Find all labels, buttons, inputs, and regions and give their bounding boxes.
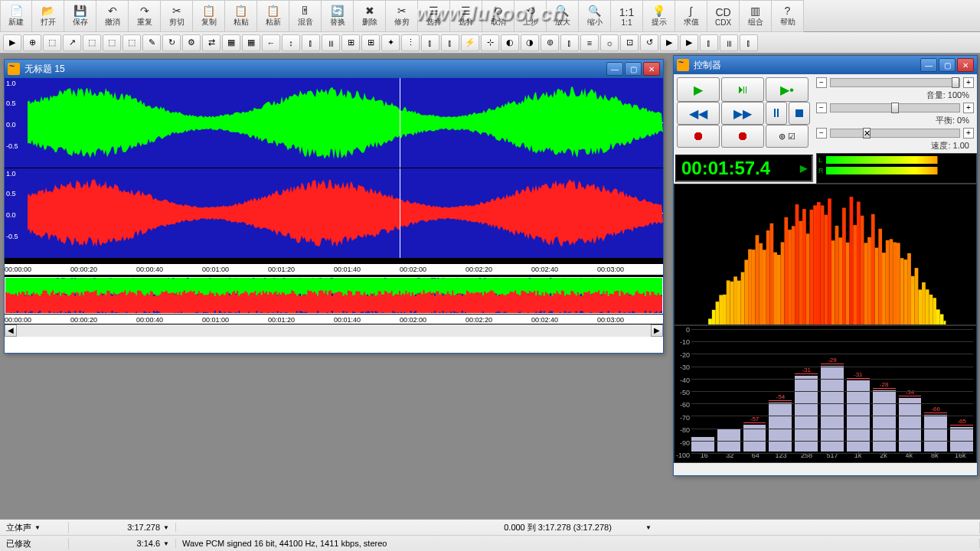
speed-minus-button[interactable]: − bbox=[816, 128, 827, 139]
overview-panel[interactable] bbox=[5, 276, 663, 314]
status-mode[interactable]: 立体声▼ bbox=[0, 522, 69, 533]
status-selection[interactable]: 0.000 到 3:17.278 (3:17.278)▼ bbox=[176, 522, 980, 533]
toolbar-提示-button[interactable]: 💡提示 bbox=[643, 0, 675, 32]
toolbar-放大-button[interactable]: 🔍放大 bbox=[547, 0, 579, 32]
sec-tool-2[interactable]: ⬚ bbox=[43, 34, 61, 51]
speed-plus-button[interactable]: + bbox=[963, 128, 974, 139]
sec-tool-10[interactable]: ⇄ bbox=[202, 34, 220, 51]
main-timeline[interactable]: 00:00:0000:00:2000:00:4000:01:0000:01:20… bbox=[5, 263, 663, 276]
status-duration[interactable]: 3:17.278▼ bbox=[69, 523, 176, 532]
balance-plus-button[interactable]: + bbox=[963, 103, 974, 113]
status-position[interactable]: 3:14.6▼ bbox=[69, 539, 176, 548]
sec-tool-26[interactable]: ◑ bbox=[521, 34, 539, 51]
sec-tool-20[interactable]: ⋮ bbox=[401, 34, 420, 51]
toolbar-选择-button[interactable]: ☰选择 bbox=[418, 0, 450, 32]
sec-tool-7[interactable]: ✎ bbox=[142, 34, 161, 51]
toolbar-上步-button[interactable]: ⟲上步 bbox=[514, 0, 547, 32]
sec-tool-22[interactable]: ⫿ bbox=[441, 34, 459, 51]
scroll-right-button[interactable]: ▶ bbox=[651, 324, 663, 337]
sec-tool-14[interactable]: ↕ bbox=[282, 34, 300, 51]
stop-button[interactable]: ⏹ bbox=[789, 102, 810, 125]
sec-tool-28[interactable]: ⫿ bbox=[560, 34, 579, 51]
sec-tool-4[interactable]: ⬚ bbox=[83, 34, 101, 51]
sec-tool-35[interactable]: ⫿ bbox=[700, 34, 718, 51]
sec-tool-18[interactable]: ⊞ bbox=[361, 34, 380, 51]
play-button[interactable]: ▶ bbox=[677, 77, 720, 102]
overview-timeline[interactable]: 00:00:0000:00:2000:00:4000:01:0000:01:20… bbox=[5, 314, 663, 324]
toolbar-CDX-button[interactable]: CDCDX bbox=[707, 0, 740, 32]
playback-cursor[interactable] bbox=[400, 168, 400, 258]
record-button[interactable]: ⏺ bbox=[677, 125, 720, 148]
toolbar-帮助-button[interactable]: ?帮助 bbox=[772, 0, 804, 32]
minimize-button[interactable]: — bbox=[920, 58, 937, 72]
playback-cursor[interactable] bbox=[400, 78, 400, 168]
sec-tool-25[interactable]: ◐ bbox=[501, 34, 519, 51]
scroll-left-button[interactable]: ◀ bbox=[5, 324, 17, 337]
toolbar-1:1-button[interactable]: 1:11:1 bbox=[611, 0, 643, 32]
toolbar-剪切-button[interactable]: ✂剪切 bbox=[161, 0, 193, 32]
play-selection-button[interactable]: ⏯ bbox=[721, 77, 764, 102]
toolbar-替换-button[interactable]: 🔄替换 bbox=[322, 0, 354, 32]
toolbar-求值-button[interactable]: ∫求值 bbox=[675, 0, 707, 32]
sec-tool-29[interactable]: ≡ bbox=[580, 34, 599, 51]
sec-tool-6[interactable]: ⬚ bbox=[122, 34, 141, 51]
toolbar-取消-button[interactable]: ⊘取消 bbox=[482, 0, 514, 32]
sec-tool-17[interactable]: ⊞ bbox=[341, 34, 360, 51]
balance-slider[interactable] bbox=[830, 103, 960, 112]
toolbar-保存-button[interactable]: 💾保存 bbox=[64, 0, 96, 32]
horizontal-scrollbar[interactable]: ◀ ▶ bbox=[5, 324, 663, 337]
sec-tool-16[interactable]: ⫼ bbox=[322, 34, 340, 51]
sec-tool-13[interactable]: ← bbox=[262, 34, 280, 51]
play-loop-button[interactable]: ▶• bbox=[766, 77, 808, 102]
sec-tool-30[interactable]: ☼ bbox=[600, 34, 619, 51]
forward-button[interactable]: ▶▶ bbox=[721, 102, 764, 125]
sec-tool-27[interactable]: ⊚ bbox=[541, 34, 559, 51]
volume-plus-button[interactable]: + bbox=[963, 77, 974, 88]
sec-tool-5[interactable]: ⬚ bbox=[103, 34, 121, 51]
sec-tool-1[interactable]: ⊕ bbox=[23, 34, 41, 51]
close-button[interactable]: ✕ bbox=[957, 58, 974, 72]
minimize-button[interactable]: — bbox=[606, 62, 623, 76]
pause-button[interactable]: ⏸ bbox=[766, 102, 787, 125]
maximize-button[interactable]: ▢ bbox=[625, 62, 642, 76]
toolbar-复制-button[interactable]: 📋复制 bbox=[193, 0, 225, 32]
toolbar-混音-button[interactable]: 🎚混音 bbox=[289, 0, 322, 32]
toolbar-打开-button[interactable]: 📂打开 bbox=[32, 0, 64, 32]
toolbar-粘新-button[interactable]: 📋粘新 bbox=[257, 0, 289, 32]
sec-tool-19[interactable]: ✦ bbox=[381, 34, 400, 51]
sec-tool-32[interactable]: ↺ bbox=[640, 34, 658, 51]
sec-tool-36[interactable]: ⫼ bbox=[720, 34, 738, 51]
sec-tool-33[interactable]: ▶ bbox=[660, 34, 678, 51]
sec-tool-24[interactable]: ⊹ bbox=[481, 34, 499, 51]
sec-tool-31[interactable]: ⊡ bbox=[620, 34, 639, 51]
sec-tool-15[interactable]: ⫿ bbox=[302, 34, 320, 51]
waveform-channel-left[interactable]: 1.0 0.5 0.0 -0.5 bbox=[5, 78, 663, 168]
toolbar-撤消-button[interactable]: ↶撤消 bbox=[96, 0, 129, 32]
toolbar-修剪-button[interactable]: ✂修剪 bbox=[386, 0, 418, 32]
rewind-button[interactable]: ◀◀ bbox=[677, 102, 720, 125]
sec-tool-8[interactable]: ↻ bbox=[162, 34, 181, 51]
sec-tool-11[interactable]: ▦ bbox=[222, 34, 240, 51]
toolbar-粘贴-button[interactable]: 📋粘贴 bbox=[225, 0, 257, 32]
volume-minus-button[interactable]: − bbox=[816, 77, 827, 88]
record-pause-button[interactable]: ⏺ bbox=[721, 125, 764, 148]
sec-tool-21[interactable]: ⫿ bbox=[421, 34, 439, 51]
sec-tool-34[interactable]: ▶ bbox=[680, 34, 698, 51]
options-button[interactable]: ⊚ ☑ bbox=[766, 125, 808, 148]
toolbar-删除-button[interactable]: ✖删除 bbox=[354, 0, 386, 32]
controller-titlebar[interactable]: 控制器 — ▢ ✕ bbox=[674, 56, 977, 74]
speed-slider[interactable]: ✕ bbox=[830, 129, 960, 138]
toolbar-重复-button[interactable]: ↷重复 bbox=[129, 0, 161, 32]
sec-tool-3[interactable]: ↗ bbox=[63, 34, 81, 51]
volume-slider[interactable] bbox=[830, 78, 960, 87]
toolbar-组合-button[interactable]: ▥组合 bbox=[740, 0, 772, 32]
balance-minus-button[interactable]: − bbox=[816, 103, 827, 113]
audio-window-titlebar[interactable]: 无标题 15 — ▢ ✕ bbox=[5, 60, 663, 78]
sec-tool-0[interactable]: ▶ bbox=[3, 34, 21, 51]
sec-tool-23[interactable]: ⚡ bbox=[461, 34, 479, 51]
sec-tool-12[interactable]: ▦ bbox=[242, 34, 260, 51]
toolbar-缩小-button[interactable]: 🔍缩小 bbox=[579, 0, 611, 32]
waveform-channel-right[interactable]: 1.0 0.5 0.0 -0.5 bbox=[5, 168, 663, 259]
maximize-button[interactable]: ▢ bbox=[939, 58, 956, 72]
toolbar-选择-button[interactable]: ☰选择 bbox=[450, 0, 482, 32]
